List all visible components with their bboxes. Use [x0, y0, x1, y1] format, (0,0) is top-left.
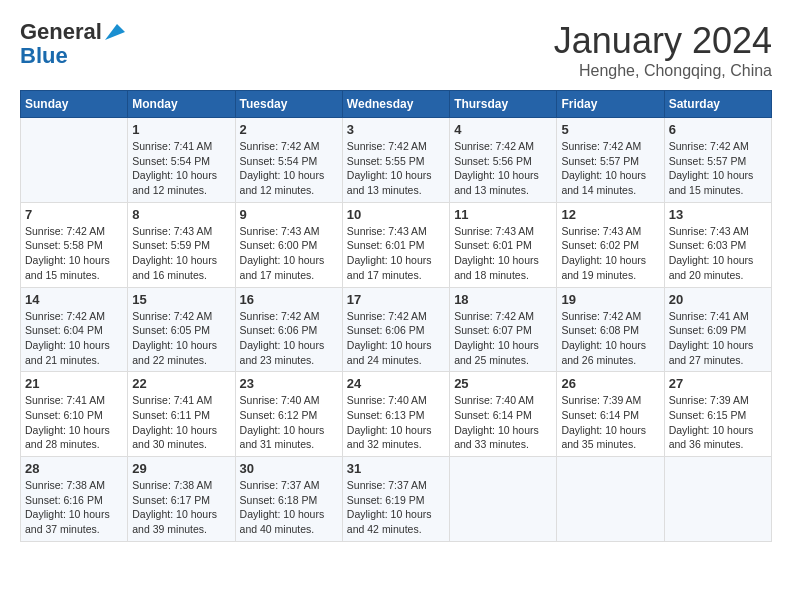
day-number: 1: [132, 122, 230, 137]
calendar-header-row: SundayMondayTuesdayWednesdayThursdayFrid…: [21, 91, 772, 118]
calendar-cell: 18Sunrise: 7:42 AMSunset: 6:07 PMDayligh…: [450, 287, 557, 372]
day-info: Sunrise: 7:42 AMSunset: 6:05 PMDaylight:…: [132, 309, 230, 368]
day-info: Sunrise: 7:40 AMSunset: 6:14 PMDaylight:…: [454, 393, 552, 452]
column-header-tuesday: Tuesday: [235, 91, 342, 118]
logo-text-general: General: [20, 20, 102, 44]
day-info: Sunrise: 7:43 AMSunset: 6:01 PMDaylight:…: [454, 224, 552, 283]
calendar-week-row: 1Sunrise: 7:41 AMSunset: 5:54 PMDaylight…: [21, 118, 772, 203]
calendar-cell: 1Sunrise: 7:41 AMSunset: 5:54 PMDaylight…: [128, 118, 235, 203]
day-number: 19: [561, 292, 659, 307]
day-number: 27: [669, 376, 767, 391]
calendar-cell: 13Sunrise: 7:43 AMSunset: 6:03 PMDayligh…: [664, 202, 771, 287]
day-number: 9: [240, 207, 338, 222]
day-number: 7: [25, 207, 123, 222]
day-number: 3: [347, 122, 445, 137]
day-info: Sunrise: 7:40 AMSunset: 6:13 PMDaylight:…: [347, 393, 445, 452]
day-number: 10: [347, 207, 445, 222]
day-number: 6: [669, 122, 767, 137]
day-info: Sunrise: 7:42 AMSunset: 5:55 PMDaylight:…: [347, 139, 445, 198]
logo-text-blue: Blue: [20, 44, 125, 68]
calendar-cell: [21, 118, 128, 203]
column-header-wednesday: Wednesday: [342, 91, 449, 118]
day-number: 23: [240, 376, 338, 391]
day-number: 14: [25, 292, 123, 307]
day-info: Sunrise: 7:42 AMSunset: 5:54 PMDaylight:…: [240, 139, 338, 198]
day-info: Sunrise: 7:42 AMSunset: 5:58 PMDaylight:…: [25, 224, 123, 283]
calendar-week-row: 21Sunrise: 7:41 AMSunset: 6:10 PMDayligh…: [21, 372, 772, 457]
day-info: Sunrise: 7:43 AMSunset: 6:03 PMDaylight:…: [669, 224, 767, 283]
calendar-cell: 14Sunrise: 7:42 AMSunset: 6:04 PMDayligh…: [21, 287, 128, 372]
day-number: 29: [132, 461, 230, 476]
calendar-cell: 31Sunrise: 7:37 AMSunset: 6:19 PMDayligh…: [342, 457, 449, 542]
day-number: 11: [454, 207, 552, 222]
calendar-cell: 15Sunrise: 7:42 AMSunset: 6:05 PMDayligh…: [128, 287, 235, 372]
calendar-cell: 27Sunrise: 7:39 AMSunset: 6:15 PMDayligh…: [664, 372, 771, 457]
page-header: General Blue January 2024 Henghe, Chongq…: [20, 20, 772, 80]
day-number: 13: [669, 207, 767, 222]
calendar-cell: 6Sunrise: 7:42 AMSunset: 5:57 PMDaylight…: [664, 118, 771, 203]
day-info: Sunrise: 7:42 AMSunset: 6:06 PMDaylight:…: [347, 309, 445, 368]
day-number: 28: [25, 461, 123, 476]
day-info: Sunrise: 7:37 AMSunset: 6:18 PMDaylight:…: [240, 478, 338, 537]
day-number: 5: [561, 122, 659, 137]
day-info: Sunrise: 7:42 AMSunset: 6:06 PMDaylight:…: [240, 309, 338, 368]
calendar-week-row: 28Sunrise: 7:38 AMSunset: 6:16 PMDayligh…: [21, 457, 772, 542]
calendar-cell: 29Sunrise: 7:38 AMSunset: 6:17 PMDayligh…: [128, 457, 235, 542]
day-number: 15: [132, 292, 230, 307]
calendar-cell: 5Sunrise: 7:42 AMSunset: 5:57 PMDaylight…: [557, 118, 664, 203]
calendar-cell: 2Sunrise: 7:42 AMSunset: 5:54 PMDaylight…: [235, 118, 342, 203]
day-number: 26: [561, 376, 659, 391]
calendar-cell: [450, 457, 557, 542]
day-info: Sunrise: 7:38 AMSunset: 6:16 PMDaylight:…: [25, 478, 123, 537]
calendar-cell: [557, 457, 664, 542]
day-number: 16: [240, 292, 338, 307]
day-number: 20: [669, 292, 767, 307]
calendar-cell: 24Sunrise: 7:40 AMSunset: 6:13 PMDayligh…: [342, 372, 449, 457]
day-info: Sunrise: 7:42 AMSunset: 6:07 PMDaylight:…: [454, 309, 552, 368]
calendar-cell: 16Sunrise: 7:42 AMSunset: 6:06 PMDayligh…: [235, 287, 342, 372]
calendar-cell: 8Sunrise: 7:43 AMSunset: 5:59 PMDaylight…: [128, 202, 235, 287]
day-info: Sunrise: 7:41 AMSunset: 6:11 PMDaylight:…: [132, 393, 230, 452]
calendar-cell: 23Sunrise: 7:40 AMSunset: 6:12 PMDayligh…: [235, 372, 342, 457]
day-info: Sunrise: 7:42 AMSunset: 5:57 PMDaylight:…: [561, 139, 659, 198]
day-number: 25: [454, 376, 552, 391]
calendar-cell: 21Sunrise: 7:41 AMSunset: 6:10 PMDayligh…: [21, 372, 128, 457]
day-info: Sunrise: 7:43 AMSunset: 6:00 PMDaylight:…: [240, 224, 338, 283]
calendar-cell: 9Sunrise: 7:43 AMSunset: 6:00 PMDaylight…: [235, 202, 342, 287]
day-number: 21: [25, 376, 123, 391]
day-number: 18: [454, 292, 552, 307]
day-info: Sunrise: 7:38 AMSunset: 6:17 PMDaylight:…: [132, 478, 230, 537]
day-number: 24: [347, 376, 445, 391]
column-header-friday: Friday: [557, 91, 664, 118]
day-info: Sunrise: 7:43 AMSunset: 6:01 PMDaylight:…: [347, 224, 445, 283]
day-info: Sunrise: 7:41 AMSunset: 6:10 PMDaylight:…: [25, 393, 123, 452]
day-info: Sunrise: 7:37 AMSunset: 6:19 PMDaylight:…: [347, 478, 445, 537]
day-info: Sunrise: 7:43 AMSunset: 6:02 PMDaylight:…: [561, 224, 659, 283]
column-header-thursday: Thursday: [450, 91, 557, 118]
day-number: 22: [132, 376, 230, 391]
location-subtitle: Henghe, Chongqing, China: [554, 62, 772, 80]
column-header-sunday: Sunday: [21, 91, 128, 118]
day-info: Sunrise: 7:42 AMSunset: 5:57 PMDaylight:…: [669, 139, 767, 198]
day-info: Sunrise: 7:41 AMSunset: 6:09 PMDaylight:…: [669, 309, 767, 368]
column-header-monday: Monday: [128, 91, 235, 118]
calendar-cell: 28Sunrise: 7:38 AMSunset: 6:16 PMDayligh…: [21, 457, 128, 542]
column-header-saturday: Saturday: [664, 91, 771, 118]
calendar-week-row: 14Sunrise: 7:42 AMSunset: 6:04 PMDayligh…: [21, 287, 772, 372]
calendar-cell: 25Sunrise: 7:40 AMSunset: 6:14 PMDayligh…: [450, 372, 557, 457]
month-year-title: January 2024: [554, 20, 772, 62]
day-number: 2: [240, 122, 338, 137]
logo-bird-icon: [103, 22, 125, 42]
calendar-cell: 12Sunrise: 7:43 AMSunset: 6:02 PMDayligh…: [557, 202, 664, 287]
calendar-cell: 7Sunrise: 7:42 AMSunset: 5:58 PMDaylight…: [21, 202, 128, 287]
logo: General Blue: [20, 20, 125, 68]
calendar-week-row: 7Sunrise: 7:42 AMSunset: 5:58 PMDaylight…: [21, 202, 772, 287]
day-number: 31: [347, 461, 445, 476]
day-info: Sunrise: 7:43 AMSunset: 5:59 PMDaylight:…: [132, 224, 230, 283]
day-number: 12: [561, 207, 659, 222]
day-info: Sunrise: 7:42 AMSunset: 6:08 PMDaylight:…: [561, 309, 659, 368]
calendar-cell: 30Sunrise: 7:37 AMSunset: 6:18 PMDayligh…: [235, 457, 342, 542]
svg-marker-0: [105, 24, 125, 40]
calendar-table: SundayMondayTuesdayWednesdayThursdayFrid…: [20, 90, 772, 542]
day-number: 4: [454, 122, 552, 137]
